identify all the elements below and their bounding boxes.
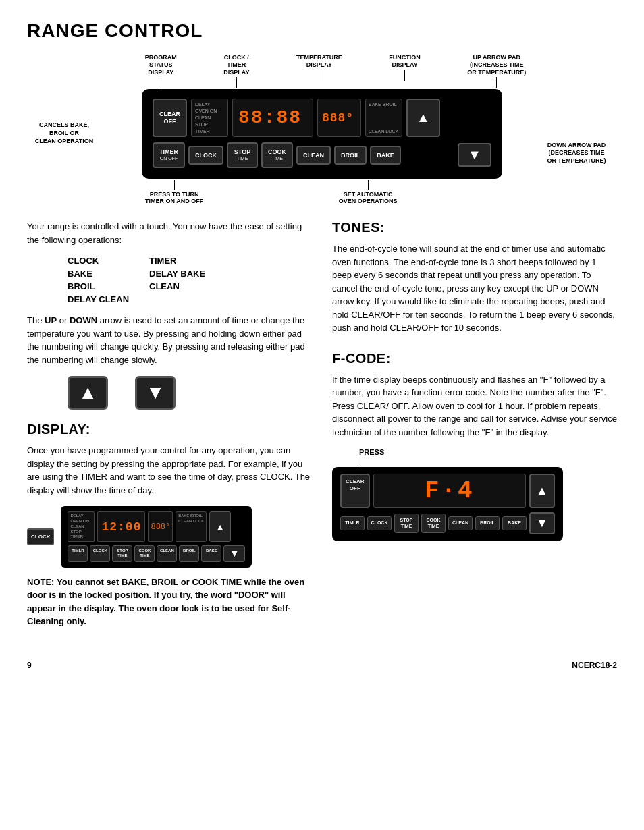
bake-button[interactable]: BAKE bbox=[370, 146, 401, 165]
fcode-up-arrow[interactable]: ▲ bbox=[529, 474, 555, 508]
mini-clean-btn: CLEAN bbox=[157, 545, 177, 561]
label-function: FUNCTION DISPLAY bbox=[389, 54, 421, 88]
label-temperature: TEMPERATURE DISPLAY bbox=[296, 54, 342, 88]
tones-text: The end-of-cycle tone will sound at the … bbox=[332, 242, 617, 335]
timer-on-off-button[interactable]: TIMER ON OFF bbox=[153, 142, 185, 167]
mini-timer-btn: TIMLR bbox=[68, 545, 88, 561]
op-broil: BROIL bbox=[68, 281, 129, 292]
op-bake: BAKE bbox=[68, 269, 129, 279]
mini-panel-illustration: CLOCK DELAY OVEN ON CLEAN STOP TIMER 12:… bbox=[27, 506, 312, 567]
page-title: RANGE CONTROL bbox=[27, 20, 617, 42]
right-column: TONES: The end-of-cycle tone will sound … bbox=[332, 220, 617, 644]
mini-broil-btn: BROIL bbox=[179, 545, 199, 561]
fcode-text: If the time display beeps continuously a… bbox=[332, 373, 617, 439]
main-content: Your range is controlled with a touch. Y… bbox=[27, 220, 617, 644]
left-column: Your range is controlled with a touch. Y… bbox=[27, 220, 312, 644]
function-display: BAKE BROIL CLEAN LOCK bbox=[365, 99, 402, 137]
label-cancels: CANCELS BAKE, BROIL OR CLEAN OPERATION bbox=[34, 122, 95, 146]
cook-time-button[interactable]: COOK TIME bbox=[261, 142, 293, 167]
mini-clock-btn2: CLOCK bbox=[90, 545, 110, 561]
fcode-broil-btn[interactable]: BROIL bbox=[475, 516, 500, 530]
fcode-clean-btn[interactable]: CLEAN bbox=[448, 516, 473, 530]
label-program: PROGRAM STATUS DISPLAY bbox=[145, 54, 177, 88]
down-arrow-pad[interactable]: ▼ bbox=[458, 143, 491, 167]
fcode-heading: F-CODE: bbox=[332, 351, 617, 366]
mini-down-arrow: ▼ bbox=[223, 545, 245, 561]
status-display: DELAY OVEN ON CLEAN STOP TIMER bbox=[191, 99, 228, 137]
mini-bake-btn: BAKE bbox=[201, 545, 221, 561]
fcode-clear-button[interactable]: CLEAR OFF bbox=[340, 474, 370, 508]
op-empty bbox=[149, 294, 211, 304]
label-set-auto: SET AUTOMATIC OVEN OPERATIONS bbox=[339, 180, 398, 206]
mini-temp-display: 888° bbox=[148, 511, 173, 542]
press-arrow-indicator: | bbox=[359, 458, 361, 466]
op-delay-bake: DELAY BAKE bbox=[149, 269, 211, 279]
fcode-down-arrow[interactable]: ▼ bbox=[529, 512, 555, 534]
op-clock: CLOCK bbox=[68, 256, 129, 266]
label-down-arrow: DOWN ARROW PAD (DECREASES TIME OR TEMPER… bbox=[543, 142, 610, 165]
mini-stop-btn: STOPTIME bbox=[112, 545, 132, 561]
arrows-illustration: ▲ ▼ bbox=[68, 376, 312, 410]
op-timer: TIMER bbox=[149, 256, 211, 266]
display-section: DISPLAY: Once you have programmed your c… bbox=[27, 422, 312, 628]
op-delay-clean: DELAY CLEAN bbox=[68, 294, 129, 304]
mini-func-display: BAKE BROIL CLEAN LOCK bbox=[176, 511, 207, 542]
up-arrow-pad[interactable]: ▲ bbox=[406, 99, 440, 137]
fcode-control-panel: CLEAR OFF F·4 ▲ TIMLR CLOCK bbox=[332, 467, 563, 541]
stop-time-button[interactable]: STOP TIME bbox=[227, 142, 258, 167]
clear-off-button[interactable]: CLEAR OFF bbox=[153, 99, 187, 137]
fcode-section: F-CODE: If the time display beeps contin… bbox=[332, 351, 617, 542]
label-clock-timer: CLOCK / TIMER DISPLAY bbox=[223, 54, 249, 88]
mini-cook-btn: COOKTIME bbox=[134, 545, 155, 561]
page-footer: 9 NCERC18-2 bbox=[27, 661, 617, 670]
fcode-stop-btn[interactable]: STOPTIME bbox=[394, 514, 419, 533]
clock-button[interactable]: CLOCK bbox=[188, 146, 223, 165]
mini-clock-display: 12:00 bbox=[97, 511, 145, 542]
down-arrow-illustration: ▼ bbox=[135, 376, 176, 410]
fcode-cook-btn[interactable]: COOKTIME bbox=[421, 514, 446, 533]
fcode-display: F·4 bbox=[373, 474, 526, 508]
mini-status-display: DELAY OVEN ON CLEAN STOP TIMER bbox=[68, 511, 95, 542]
up-arrow-illustration: ▲ bbox=[68, 376, 108, 410]
broil-button[interactable]: BROIL bbox=[334, 146, 367, 165]
label-up-arrow: UP ARROW PAD (INCREASES TIME OR TEMPERAT… bbox=[467, 54, 526, 88]
fcode-bake-btn[interactable]: BAKE bbox=[502, 516, 527, 530]
press-label: PRESS bbox=[359, 448, 384, 456]
operations-list: CLOCK TIMER BAKE DELAY BAKE BROIL CLEAN … bbox=[68, 256, 211, 304]
clean-button[interactable]: CLEAN bbox=[296, 146, 331, 165]
display-heading: DISPLAY: bbox=[27, 422, 312, 437]
label-press-timer: PRESS TO TURN TIMER ON AND OFF bbox=[145, 180, 203, 206]
mini-control-panel: DELAY OVEN ON CLEAN STOP TIMER 12:00 888… bbox=[61, 506, 252, 567]
footer-model: NCERC18-2 bbox=[572, 661, 617, 670]
mini-clock-button: CLOCK bbox=[27, 528, 54, 546]
note-label: NOTE: bbox=[27, 577, 54, 587]
control-panel: CLEAR OFF DELAY OVEN ON CLEAN STOP TIMER… bbox=[142, 89, 502, 178]
clock-timer-display: 88:88 bbox=[232, 99, 313, 137]
tones-section: TONES: The end-of-cycle tone will sound … bbox=[332, 220, 617, 335]
footer-page-number: 9 bbox=[27, 661, 32, 670]
fcode-timer-btn[interactable]: TIMLR bbox=[340, 516, 365, 530]
control-diagram: PROGRAM STATUS DISPLAY CLOCK / TIMER DIS… bbox=[27, 54, 617, 205]
note-box: NOTE: You cannot set BAKE, BROIL or COOK… bbox=[27, 576, 312, 628]
temperature-display: 888° bbox=[317, 99, 361, 137]
fcode-clock-btn[interactable]: CLOCK bbox=[367, 516, 392, 530]
display-text: Once you have programmed your control fo… bbox=[27, 444, 312, 497]
mini-up-arrow: ▲ bbox=[209, 511, 231, 542]
fcode-panel-illustration: PRESS | CLEAR OFF F·4 ▲ bbox=[332, 448, 617, 541]
tones-heading: TONES: bbox=[332, 220, 617, 236]
intro-text: Your range is controlled with a touch. Y… bbox=[27, 220, 312, 246]
op-clean: CLEAN bbox=[149, 281, 211, 292]
body-text-arrows: The UP or DOWN arrow is used to set an a… bbox=[27, 314, 312, 366]
